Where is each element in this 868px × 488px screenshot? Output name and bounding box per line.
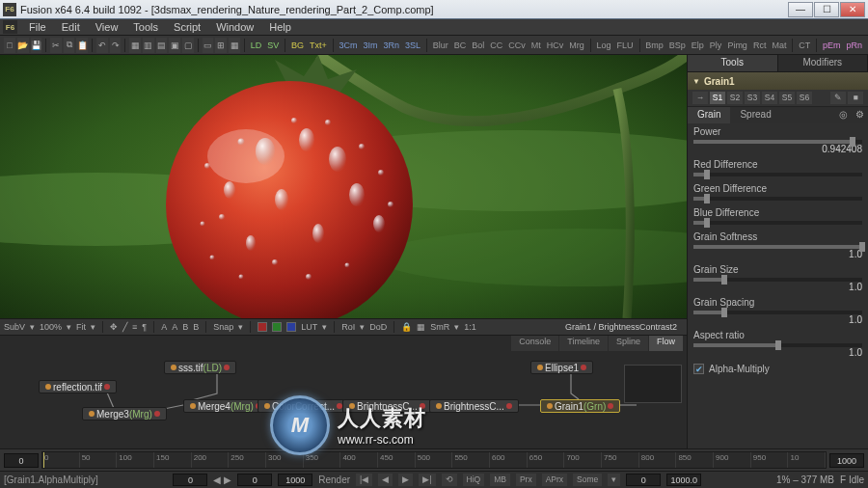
tool-bg[interactable]: BG (291, 41, 304, 50)
vtb-info-icon[interactable]: ¶ (142, 322, 147, 332)
vtb-guide-icon[interactable]: ╱ (122, 322, 127, 332)
tool-layout-2-icon[interactable]: ▥ (143, 38, 154, 53)
tool-bin-icon[interactable]: ▭ (203, 38, 214, 53)
srow-s1[interactable]: S1 (710, 92, 725, 104)
tool-grid-icon[interactable]: ▦ (229, 38, 240, 53)
param-slider[interactable] (693, 245, 862, 249)
time-ruler-track[interactable]: 0501001502002503003504004505005506006507… (41, 451, 827, 469)
transport-out[interactable]: 1000 (278, 474, 312, 486)
transport-play-icon[interactable]: ▶ (398, 474, 413, 486)
range-arrows-icon[interactable]: ◀ ▶ (213, 474, 231, 485)
param-slider[interactable] (693, 278, 862, 282)
tool-new-icon[interactable]: □ (4, 38, 15, 53)
subtab-spread[interactable]: Spread (730, 107, 780, 123)
vtb-ruler-icon[interactable]: ≡ (132, 322, 137, 332)
tool-3cm[interactable]: 3Cm (339, 41, 357, 50)
window-minimize-button[interactable]: — (788, 2, 813, 17)
param-blue-difference[interactable]: Blue Difference (688, 204, 868, 229)
srow-arrow-icon[interactable]: → (692, 92, 708, 104)
param-power[interactable]: Power0.942408 (688, 123, 868, 156)
tool-pimg[interactable]: Pimg (727, 41, 747, 50)
param-value[interactable]: 1.0 (693, 282, 862, 292)
tool-copy-icon[interactable]: ⧉ (64, 38, 75, 53)
tool-hcv[interactable]: HCv (547, 41, 564, 50)
tool-sv[interactable]: SV (267, 41, 279, 50)
tab-timeline[interactable]: Timeline (559, 336, 608, 351)
vtb-subv[interactable]: SubV (4, 322, 25, 332)
param-red-difference[interactable]: Red Difference (688, 156, 868, 180)
srow-s3[interactable]: S3 (745, 92, 760, 104)
transport-aprx[interactable]: APrx (542, 474, 567, 486)
srow-script-icon[interactable]: ✎ (830, 92, 846, 104)
tool-3im[interactable]: 3Im (363, 41, 377, 50)
transport-last-icon[interactable]: ▶| (419, 474, 435, 486)
transport-mb[interactable]: MB (490, 474, 510, 486)
tool-undo-icon[interactable]: ↶ (96, 38, 108, 53)
transport-prev-icon[interactable]: ◀ (378, 474, 393, 486)
tool-layout-5-icon[interactable]: ▢ (182, 38, 194, 53)
tool-node-icon[interactable]: ⊞ (215, 38, 227, 53)
vtb-pan-icon[interactable]: ✥ (110, 322, 118, 332)
transport-some-drop-icon[interactable]: ▾ (608, 474, 620, 486)
param-value[interactable]: 1.0 (693, 314, 862, 325)
transport-hiq[interactable]: HiQ (463, 474, 485, 486)
tool-3sl[interactable]: 3SL (405, 41, 420, 50)
flow-node[interactable]: sss.tif (LD) (164, 361, 236, 374)
param-slider[interactable] (693, 221, 862, 225)
window-close-button[interactable]: ✕ (840, 2, 865, 17)
vtb-ch-a1[interactable]: A (161, 322, 167, 332)
vtb-zoom[interactable]: 100% (40, 322, 62, 332)
tab-console[interactable]: Console (511, 336, 558, 351)
tool-bsp[interactable]: BSp (669, 41, 686, 50)
param-alpha-multiply[interactable]: ✔ Alpha-Multiply (688, 360, 868, 378)
inspector-node-header[interactable]: ▼ Grain1 (688, 72, 868, 90)
transport-some[interactable]: Some (573, 474, 602, 486)
subtab-gear-icon[interactable]: ⚙ (852, 107, 868, 123)
vtb-lock-icon[interactable]: 🔒 (401, 322, 412, 332)
param-value[interactable]: 1.0 (693, 249, 862, 259)
tool-layout-3-icon[interactable]: ▤ (156, 38, 168, 53)
vtb-roi[interactable]: RoI (341, 322, 355, 332)
tool-blur[interactable]: Blur (433, 41, 448, 50)
menu-script[interactable]: Script (167, 20, 207, 34)
vtb-subv-drop-icon[interactable]: ▾ (30, 322, 35, 332)
menu-window[interactable]: Window (209, 20, 260, 34)
tool-cc[interactable]: CC (490, 41, 502, 50)
tool-ccv[interactable]: CCv (508, 41, 526, 50)
tool-paste-icon[interactable]: 📋 (76, 38, 88, 53)
subtab-grain[interactable]: Grain (688, 107, 730, 123)
flow-navigator[interactable] (624, 365, 682, 403)
vtb-zoom-drop-icon[interactable]: ▾ (67, 322, 71, 332)
subtab-target-icon[interactable]: ◎ (835, 107, 852, 123)
param-slider[interactable] (693, 140, 862, 144)
tool-mat[interactable]: Mat (772, 41, 786, 50)
param-value[interactable]: 0.942408 (693, 144, 862, 154)
vtb-snap-drop-icon[interactable]: ▾ (238, 322, 243, 332)
tool-redo-icon[interactable]: ↷ (110, 38, 122, 53)
tool-ct[interactable]: CT (799, 41, 810, 50)
transport-range-b[interactable]: 1000.0 (666, 474, 701, 486)
srow-s5[interactable]: S5 (779, 92, 795, 104)
transport-prx[interactable]: Prx (516, 474, 536, 486)
image-viewer[interactable] (0, 55, 687, 318)
inspector-tab-tools[interactable]: Tools (688, 55, 778, 71)
flow-node[interactable]: ColorCorrect... (258, 399, 349, 413)
vtb-ch-b2[interactable]: B (193, 322, 199, 332)
tool-bc[interactable]: BC (454, 41, 467, 50)
transport-first-icon[interactable]: |◀ (356, 474, 372, 486)
tool-pem[interactable]: pEm (823, 41, 841, 50)
flow-node[interactable]: Ellipse1 (530, 361, 593, 374)
param-aspect-ratio[interactable]: Aspect ratio1.0 (688, 327, 868, 360)
menu-edit[interactable]: Edit (55, 20, 87, 34)
flow-node[interactable]: Merge4 (Mrg) (183, 399, 268, 413)
srow-s4[interactable]: S4 (762, 92, 777, 104)
param-slider[interactable] (693, 197, 862, 201)
vtb-lut[interactable]: LUT (301, 322, 317, 332)
tool-layout-4-icon[interactable]: ▣ (169, 38, 180, 53)
srow-blend-icon[interactable]: ■ (848, 92, 863, 104)
vtb-ch-a2[interactable]: A (172, 322, 177, 332)
vtb-1to1[interactable]: 1:1 (464, 322, 476, 332)
param-grain-softness[interactable]: Grain Softness1.0 (688, 229, 868, 261)
vtb-dod[interactable]: DoD (369, 322, 387, 332)
flow-node[interactable]: reflection.tif (39, 380, 117, 393)
